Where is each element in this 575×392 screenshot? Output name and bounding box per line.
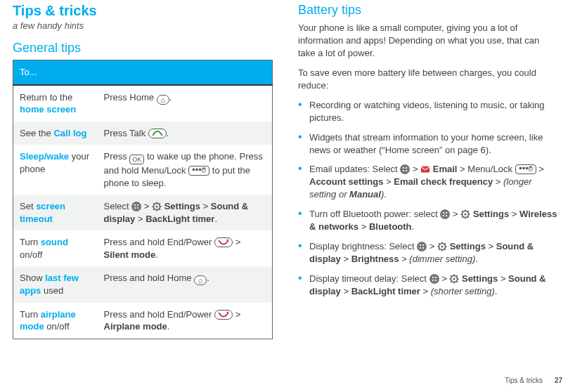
gear-icon <box>152 202 162 211</box>
launcher-icon <box>131 202 141 211</box>
ok-icon: OK <box>129 155 144 164</box>
menu-lock-icon <box>188 166 209 176</box>
end-power-icon <box>214 310 233 320</box>
page-footer: Tips & tricks 27 <box>505 377 562 384</box>
table-header: To... <box>13 60 273 85</box>
gear-icon <box>437 242 447 251</box>
launcher-icon <box>400 164 410 174</box>
table-row: Turn airplane mode on/off Press and hold… <box>13 303 273 339</box>
list-item: Widgets that stream information to your … <box>298 131 558 157</box>
email-icon <box>420 164 430 174</box>
launcher-icon <box>417 242 427 251</box>
launcher-icon <box>440 209 450 219</box>
list-item: Display brightness: Select > Settings > … <box>298 240 558 266</box>
list-item: Display timeout delay: Select > Settings… <box>298 273 558 298</box>
end-power-icon <box>214 237 233 247</box>
list-item: Email updates: Select > Email > Menu/Loc… <box>298 163 558 201</box>
home-icon <box>157 95 169 105</box>
footer-label: Tips & tricks <box>505 377 543 384</box>
battery-intro-1: Your phone is like a small computer, giv… <box>298 22 558 60</box>
table-row: Turn sound on/off Press and hold End/Pow… <box>13 230 273 266</box>
section-general-tips: General tips <box>13 41 273 55</box>
table-row: Sleep/wake your phone Press OK to wake u… <box>13 145 273 195</box>
talk-icon <box>148 129 167 138</box>
page-number: 27 <box>555 377 562 384</box>
section-battery-tips: Battery tips <box>298 3 558 18</box>
table-row: Return to the home screen Press Home . <box>13 85 273 122</box>
right-column: Battery tips Your phone is like a small … <box>298 3 558 372</box>
table-row: See the Call log Press Talk . <box>13 122 273 145</box>
menu-lock-icon <box>515 164 536 174</box>
gear-icon <box>449 274 459 284</box>
list-item: Turn off Bluetooth power: select > Setti… <box>298 208 558 233</box>
left-column: Tips & tricks a few handy hints General … <box>13 3 273 372</box>
list-item: Recording or watching videos, listening … <box>298 99 558 124</box>
launcher-icon <box>429 274 439 284</box>
table-row: Show last few apps used Press and hold H… <box>13 266 273 302</box>
page-subtitle: a few handy hints <box>13 20 273 31</box>
gear-icon <box>460 209 470 219</box>
battery-intro-2: To save even more battery life between c… <box>298 67 558 92</box>
battery-list: Recording or watching videos, listening … <box>298 99 558 298</box>
table-row: Set screen timeout Select > Settings > S… <box>13 195 273 230</box>
home-icon <box>194 275 207 285</box>
tips-table: To... Return to the home screen Press Ho… <box>13 60 273 339</box>
page-title: Tips & tricks <box>13 3 273 19</box>
